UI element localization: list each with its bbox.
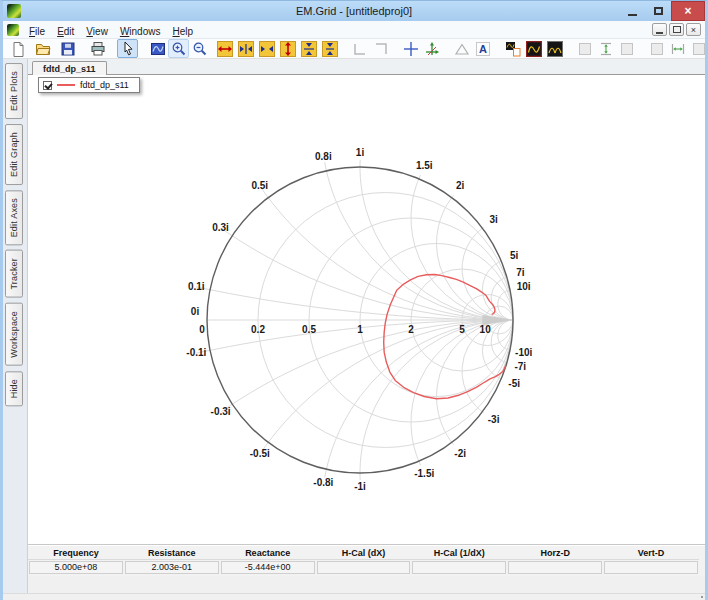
smith-plot-button[interactable] <box>544 39 565 58</box>
zoom-out-button[interactable] <box>189 39 210 58</box>
doc-tab-fdtd-dp-s11[interactable]: fdtd_dp_s11 <box>32 61 107 75</box>
h-spacing-icon <box>670 41 686 57</box>
axis-tick-label: -10i <box>515 347 532 358</box>
axis-tick-label: -0.3i <box>211 406 231 417</box>
maximize-icon <box>654 7 663 15</box>
text-label-button[interactable]: A <box>472 39 493 58</box>
open-file-button[interactable] <box>32 39 53 58</box>
zoom-in-icon <box>171 41 187 57</box>
menu-windows[interactable]: Windows <box>114 24 167 39</box>
menu-help[interactable]: Help <box>166 24 199 39</box>
readout-header: H-Cal (1/dX) <box>411 547 507 560</box>
axis-tick-label: 1.5i <box>416 160 433 171</box>
h-spacing-button[interactable] <box>667 39 688 58</box>
legend-series-label: fdtd_dp_s11 <box>80 80 129 90</box>
readout-col-h-cal-dx-: H-Cal (dX) <box>316 547 412 574</box>
save-button[interactable] <box>57 39 78 58</box>
cursor-arrow-icon <box>120 41 136 57</box>
disabled-box-icon <box>649 41 665 57</box>
letter-a-icon: A <box>475 41 491 57</box>
triangle-tool-button[interactable] <box>451 39 472 58</box>
minimize-icon <box>628 14 637 16</box>
pan-y-button[interactable] <box>298 39 319 58</box>
menu-view[interactable]: View <box>80 24 114 39</box>
select-cursor-button[interactable] <box>117 39 138 58</box>
readout-value <box>604 561 698 574</box>
full-view-icon <box>150 41 166 57</box>
axis-tick-label: 0.8i <box>315 151 332 162</box>
shrink-y-button[interactable] <box>319 39 340 58</box>
mdi-restore-button[interactable] <box>669 23 684 36</box>
expand-x-button[interactable] <box>214 39 235 58</box>
v-group-b-button[interactable] <box>616 39 637 58</box>
sidebar-tab-tracker[interactable]: Tracker <box>5 250 23 298</box>
readout-value <box>412 561 506 574</box>
axis-tick-label: 3i <box>489 214 498 225</box>
axis-tick-label: 10 <box>480 324 492 335</box>
mdi-close-button[interactable]: × <box>686 23 701 36</box>
h-group-b-button[interactable] <box>688 39 708 58</box>
xy-plot-button[interactable] <box>523 39 544 58</box>
mdi-restore-icon <box>673 26 681 33</box>
sidebar-tab-edit-axes[interactable]: Edit Axes <box>5 190 23 245</box>
readout-value: -5.444e+00 <box>221 561 315 574</box>
v-spacing-icon <box>598 41 614 57</box>
side-tab-strip: Edit PlotsEdit GraphEdit AxesTrackerWork… <box>3 59 28 593</box>
pan-x-icon <box>238 41 254 57</box>
corner-bl-icon <box>352 41 368 57</box>
pan-x-button[interactable] <box>235 39 256 58</box>
close-button[interactable]: × <box>671 1 705 21</box>
axis-tick-label: 0i <box>191 306 200 317</box>
axis-tick-label: 2i <box>456 180 465 191</box>
new-graph-window-button[interactable] <box>502 39 523 58</box>
v-spacing-button[interactable] <box>595 39 616 58</box>
shrink-x-button[interactable] <box>256 39 277 58</box>
disabled-box-icon <box>577 41 593 57</box>
expand-y-button[interactable] <box>277 39 298 58</box>
readout-col-horz-d: Horz-D <box>507 547 603 574</box>
window-title: EM.Grid - [untitledproj0] <box>3 5 705 17</box>
maximize-button[interactable] <box>645 1 671 21</box>
axis-tick-label: 0.5 <box>302 324 316 335</box>
status-strip <box>3 593 705 600</box>
axis-tick-label: -5i <box>508 378 520 389</box>
legend-line-sample <box>57 84 75 86</box>
print-button[interactable] <box>87 39 108 58</box>
shrink-x-icon <box>259 41 275 57</box>
axis-tick-label: -1.5i <box>414 468 434 479</box>
sidebar-tab-edit-plots[interactable]: Edit Plots <box>5 63 23 119</box>
axis-tick-label: -1i <box>354 481 366 492</box>
axes-tool-button[interactable] <box>421 39 442 58</box>
pan-y-icon <box>301 41 317 57</box>
menu-edit[interactable]: Edit <box>51 24 80 39</box>
axis-tick-label: -0.8i <box>313 477 333 488</box>
corner-bl-button[interactable] <box>349 39 370 58</box>
corner-tr-button[interactable] <box>370 39 391 58</box>
axis-tick-label: 5 <box>459 324 465 335</box>
sidebar-tab-hide[interactable]: Hide <box>5 371 23 406</box>
sidebar-tab-workspace[interactable]: Workspace <box>5 303 23 366</box>
triangle-icon <box>454 41 470 57</box>
axes-icon <box>424 41 440 57</box>
minimize-button[interactable] <box>619 1 645 21</box>
zoom-in-button[interactable] <box>168 39 189 58</box>
resize-grip-icon[interactable] <box>693 596 703 600</box>
h-group-a-button[interactable] <box>646 39 667 58</box>
smith-chart[interactable]: 00.20.5125100i0.1i0.3i0.5i0.8i1i1.5i2i3i… <box>28 75 705 545</box>
full-view-button[interactable] <box>147 39 168 58</box>
axis-tick-label: 5i <box>510 250 519 261</box>
add-marker-button[interactable] <box>400 39 421 58</box>
expand-x-icon <box>217 41 233 57</box>
legend-checkbox[interactable] <box>43 81 52 90</box>
readout-header: Vert-D <box>603 547 699 560</box>
smith-plot-icon <box>547 41 563 57</box>
open-folder-icon <box>35 41 51 57</box>
readout-header: Frequency <box>28 547 124 560</box>
v-group-a-button[interactable] <box>574 39 595 58</box>
menu-file[interactable]: File <box>23 24 51 39</box>
readout-value: 2.003e-01 <box>125 561 219 574</box>
new-document-button[interactable] <box>7 39 28 58</box>
shrink-y-icon <box>322 41 338 57</box>
sidebar-tab-edit-graph[interactable]: Edit Graph <box>5 124 23 185</box>
mdi-minimize-button[interactable] <box>652 23 667 36</box>
